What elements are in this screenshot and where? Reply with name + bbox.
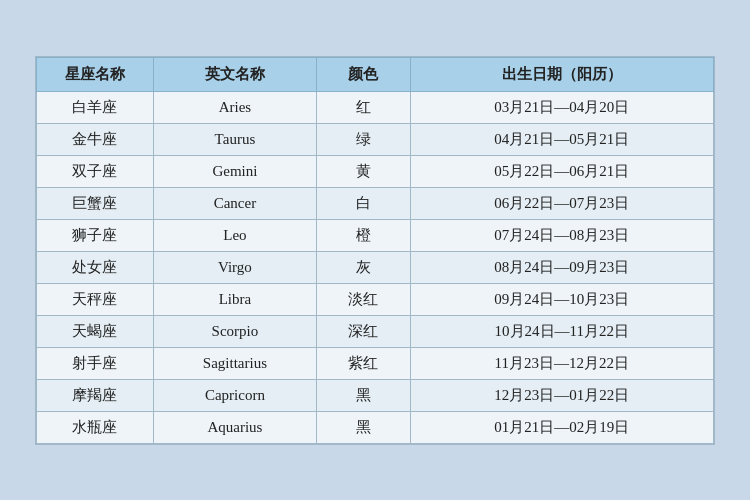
cell-en: Cancer (153, 187, 316, 219)
cell-en: Aries (153, 91, 316, 123)
cell-date: 05月22日—06月21日 (410, 155, 714, 187)
cell-date: 12月23日—01月22日 (410, 379, 714, 411)
cell-color: 绿 (317, 123, 410, 155)
table-row: 摩羯座Capricorn黑12月23日—01月22日 (37, 379, 714, 411)
table-row: 双子座Gemini黄05月22日—06月21日 (37, 155, 714, 187)
zodiac-table: 星座名称 英文名称 颜色 出生日期（阳历） 白羊座Aries红03月21日—04… (36, 57, 714, 444)
cell-en: Virgo (153, 251, 316, 283)
cell-color: 紫红 (317, 347, 410, 379)
cell-en: Libra (153, 283, 316, 315)
cell-color: 黑 (317, 411, 410, 443)
table-row: 天蝎座Scorpio深红10月24日—11月22日 (37, 315, 714, 347)
cell-zh: 狮子座 (37, 219, 154, 251)
table-row: 金牛座Taurus绿04月21日—05月21日 (37, 123, 714, 155)
table-header-row: 星座名称 英文名称 颜色 出生日期（阳历） (37, 57, 714, 91)
table-row: 白羊座Aries红03月21日—04月20日 (37, 91, 714, 123)
table-row: 水瓶座Aquarius黑01月21日—02月19日 (37, 411, 714, 443)
cell-color: 深红 (317, 315, 410, 347)
table-row: 天秤座Libra淡红09月24日—10月23日 (37, 283, 714, 315)
header-color: 颜色 (317, 57, 410, 91)
cell-date: 07月24日—08月23日 (410, 219, 714, 251)
cell-date: 09月24日—10月23日 (410, 283, 714, 315)
cell-zh: 处女座 (37, 251, 154, 283)
cell-en: Gemini (153, 155, 316, 187)
cell-color: 黄 (317, 155, 410, 187)
cell-color: 淡红 (317, 283, 410, 315)
cell-zh: 双子座 (37, 155, 154, 187)
cell-zh: 白羊座 (37, 91, 154, 123)
header-en: 英文名称 (153, 57, 316, 91)
cell-en: Scorpio (153, 315, 316, 347)
cell-zh: 射手座 (37, 347, 154, 379)
table-row: 巨蟹座Cancer白06月22日—07月23日 (37, 187, 714, 219)
cell-color: 白 (317, 187, 410, 219)
table-row: 处女座Virgo灰08月24日—09月23日 (37, 251, 714, 283)
cell-color: 黑 (317, 379, 410, 411)
cell-date: 11月23日—12月22日 (410, 347, 714, 379)
table-row: 狮子座Leo橙07月24日—08月23日 (37, 219, 714, 251)
cell-en: Aquarius (153, 411, 316, 443)
cell-zh: 水瓶座 (37, 411, 154, 443)
header-zh: 星座名称 (37, 57, 154, 91)
cell-date: 08月24日—09月23日 (410, 251, 714, 283)
header-date: 出生日期（阳历） (410, 57, 714, 91)
cell-color: 橙 (317, 219, 410, 251)
cell-color: 灰 (317, 251, 410, 283)
table-row: 射手座Sagittarius紫红11月23日—12月22日 (37, 347, 714, 379)
cell-date: 04月21日—05月21日 (410, 123, 714, 155)
cell-zh: 天蝎座 (37, 315, 154, 347)
cell-en: Sagittarius (153, 347, 316, 379)
cell-en: Capricorn (153, 379, 316, 411)
cell-date: 10月24日—11月22日 (410, 315, 714, 347)
cell-zh: 天秤座 (37, 283, 154, 315)
cell-date: 01月21日—02月19日 (410, 411, 714, 443)
cell-date: 03月21日—04月20日 (410, 91, 714, 123)
cell-zh: 金牛座 (37, 123, 154, 155)
cell-color: 红 (317, 91, 410, 123)
cell-zh: 摩羯座 (37, 379, 154, 411)
cell-en: Leo (153, 219, 316, 251)
cell-date: 06月22日—07月23日 (410, 187, 714, 219)
zodiac-table-container: 星座名称 英文名称 颜色 出生日期（阳历） 白羊座Aries红03月21日—04… (35, 56, 715, 445)
cell-en: Taurus (153, 123, 316, 155)
cell-zh: 巨蟹座 (37, 187, 154, 219)
